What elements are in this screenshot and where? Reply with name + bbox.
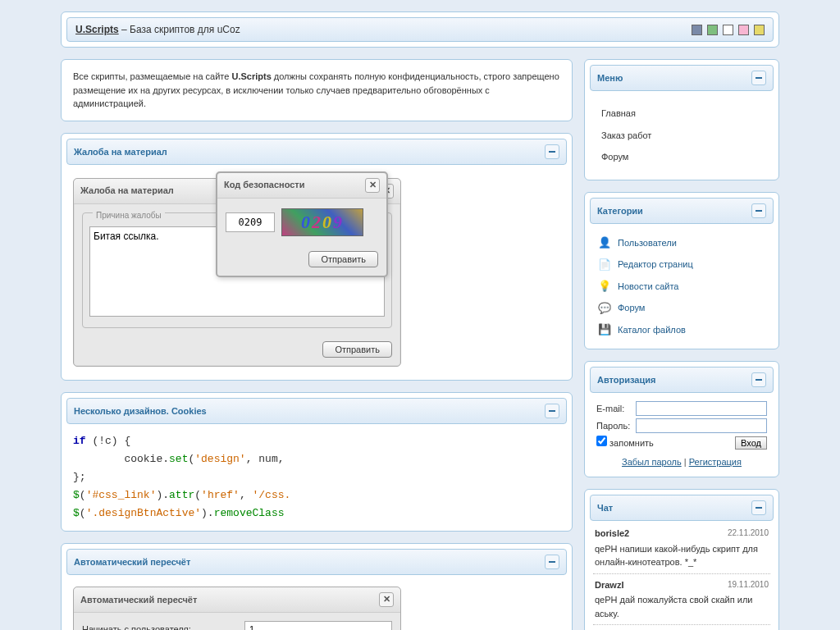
panel-title: Меню [597, 73, 623, 83]
category-item[interactable]: 👤Пользователи [596, 232, 767, 254]
collapse-icon[interactable] [545, 555, 559, 569]
category-item[interactable]: 💡Новости сайта [596, 276, 767, 298]
captcha-input[interactable] [226, 212, 275, 232]
categories-panel: Категории 👤Пользователи📄Редактор страниц… [584, 192, 779, 350]
recount-dialog: Автоматический пересчёт✕ Начинать с поль… [73, 587, 401, 630]
category-item[interactable]: 📄Редактор страниц [596, 253, 767, 276]
category-icon: 👤 [598, 236, 611, 249]
captcha-image: 0209 [281, 208, 363, 236]
category-icon: 💾 [598, 323, 611, 336]
login-button[interactable]: Вход [735, 436, 767, 450]
theme-swatch[interactable] [738, 25, 749, 35]
send-button[interactable]: Отправить [322, 341, 392, 358]
notice-panel: Все скрипты, размещаемые на сайте U.Scri… [61, 59, 573, 121]
collapse-icon[interactable] [751, 203, 766, 218]
collapse-icon[interactable] [751, 372, 766, 387]
security-code-dialog: Код безопасности✕ 0209 Отправить [216, 171, 388, 277]
category-label: Форум [618, 301, 645, 315]
panel-title: Авторизация [597, 375, 655, 385]
menu-item[interactable]: Заказ работ [596, 125, 767, 147]
topbar: U.Scripts – База скриптов для uCoz [61, 11, 779, 48]
site-title: U.Scripts – База скриптов для uCoz [75, 24, 240, 35]
panel-title: Жалоба на материал [74, 147, 167, 157]
theme-swatch[interactable] [754, 25, 765, 35]
panel-title: Чат [597, 503, 613, 513]
category-icon: 📄 [598, 258, 611, 271]
collapse-icon[interactable] [545, 144, 559, 159]
email-field[interactable] [636, 401, 767, 416]
dialog-title: Жалоба на материал [80, 184, 174, 198]
collapse-icon[interactable] [545, 404, 559, 418]
complaint-panel: Жалоба на материал Жалоба на материал✕ П… [61, 133, 573, 381]
send-button[interactable]: Отправить [308, 251, 378, 267]
category-label: Новости сайта [618, 280, 678, 294]
cookies-panel: Несколько дизайнов. Cookies if (!c) { co… [61, 392, 573, 532]
theme-swatches [692, 25, 765, 35]
panel-title: Автоматический пересчёт [74, 557, 190, 567]
chat-panel: Чат borisle222.11.2010qePH напиши какой-… [584, 489, 779, 630]
category-label: Редактор страниц [618, 258, 693, 272]
dialog-title: Автоматический пересчёт [80, 593, 197, 607]
chat-message: uWeb17.11.2010Надо было ник зарегистриро… [593, 625, 770, 630]
panel-title: Категории [597, 206, 643, 216]
theme-swatch[interactable] [692, 25, 702, 35]
password-field[interactable] [636, 418, 767, 433]
theme-swatch[interactable] [723, 25, 733, 35]
category-icon: 💬 [598, 301, 611, 314]
category-icon: 💡 [598, 280, 611, 293]
category-item[interactable]: 💾Каталог файлов [596, 319, 767, 341]
panel-title: Несколько дизайнов. Cookies [74, 406, 207, 416]
start-user-input[interactable] [244, 621, 392, 630]
menu-panel: Меню ГлавнаяЗаказ работФорум [584, 59, 779, 180]
collapse-icon[interactable] [751, 71, 766, 85]
category-label: Пользователи [618, 236, 677, 250]
chat-message: borisle222.11.2010qePH напиши какой-нибу… [593, 523, 770, 574]
chat-message: DrawzI19.11.2010qePH дай пожалуйста свой… [593, 574, 770, 626]
menu-item[interactable]: Форум [596, 146, 767, 168]
dialog-title: Код безопасности [224, 178, 305, 192]
collapse-icon[interactable] [751, 500, 766, 515]
password-label: Пароль: [596, 419, 636, 433]
email-label: E-mail: [596, 402, 636, 416]
fieldset-legend: Причина жалобы [93, 209, 165, 221]
close-icon[interactable]: ✕ [379, 592, 394, 607]
forgot-password-link[interactable]: Забыл пароль [622, 457, 682, 467]
register-link[interactable]: Регистрация [689, 457, 742, 467]
recount-panel: Автоматический пересчёт Автоматический п… [61, 543, 573, 630]
category-label: Каталог файлов [618, 323, 686, 337]
remember-checkbox[interactable]: запомнить [596, 436, 654, 450]
auth-panel: Авторизация E-mail: Пароль: запомнить Вх… [584, 361, 779, 477]
close-icon[interactable]: ✕ [365, 178, 380, 193]
theme-swatch[interactable] [707, 25, 718, 35]
code-snippet: if (!c) { cookie.set('design', num,};$('… [73, 432, 560, 523]
field-label: Начинать с пользователя: [82, 623, 244, 630]
menu-item[interactable]: Главная [596, 103, 767, 125]
category-item[interactable]: 💬Форум [596, 297, 767, 319]
